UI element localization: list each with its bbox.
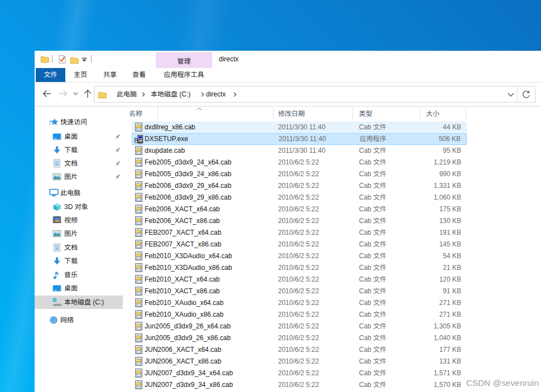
file-row[interactable]: JUN2006_XACT_x64.cab2010/6/2 5:22Cab 文件1… xyxy=(132,344,467,356)
window-folder-icon xyxy=(40,55,49,64)
sidebar-item-music-11[interactable]: 音乐 xyxy=(35,268,123,282)
file-row[interactable]: JUN2007_d3dx9_34_x86.cab2010/6/2 5:22Cab… xyxy=(132,379,467,391)
file-size: 1,060 KB xyxy=(434,192,461,204)
column-separator[interactable] xyxy=(273,108,274,119)
column-header-date[interactable]: 修改日期 xyxy=(278,107,305,121)
sidebar-item-desktop-1[interactable]: 桌面 xyxy=(35,130,123,143)
column-separator[interactable] xyxy=(352,108,353,119)
column-separator[interactable] xyxy=(466,108,466,119)
file-row[interactable]: Feb2010_XAudio_x86.cab2010/6/2 5:22Cab 文… xyxy=(132,309,467,321)
file-row[interactable]: dxupdate.cab2011/3/30 11:40Cab 文件95 KB xyxy=(132,145,467,157)
file-row[interactable]: dxdllreg_x86.cab2011/3/30 11:40Cab 文件44 … xyxy=(132,122,467,133)
forward-button[interactable] xyxy=(59,90,68,98)
sidebar-item-pictures-8[interactable]: 图片 xyxy=(35,227,123,240)
sidebar-item-downloads-2[interactable]: 下载 xyxy=(35,143,123,157)
network-icon xyxy=(49,316,58,325)
sidebar-item-3d-objects-6[interactable]: 3D 对象 xyxy=(35,200,123,214)
breadcrumb-this-pc[interactable]: 此电脑 xyxy=(117,86,137,102)
tab-view[interactable]: 查看 xyxy=(127,68,151,82)
file-type: 应用程序 xyxy=(360,134,386,146)
cab-file-icon xyxy=(135,251,142,260)
file-type: Cab 文件 xyxy=(359,262,386,274)
breadcrumb-directx[interactable]: directx xyxy=(206,86,226,102)
file-size: 54 KB xyxy=(443,250,461,262)
breadcrumb-local-disk[interactable]: 本地磁盘 (C:) xyxy=(151,86,190,102)
sidebar-item-network-14[interactable]: 网络 xyxy=(35,313,123,327)
sidebar-item-quick-access-star-0[interactable]: 快速访问 xyxy=(35,115,123,129)
window-title: directx xyxy=(219,51,238,68)
cab-file-icon xyxy=(135,193,142,202)
column-header-name[interactable]: 名称 xyxy=(129,107,142,121)
sidebar-item-videos-7[interactable]: 视频 xyxy=(35,214,123,227)
file-size: 990 KB xyxy=(439,168,461,180)
tab-share[interactable]: 共享 xyxy=(98,68,122,82)
file-row[interactable]: Feb2005_d3dx9_24_x64.cab2010/6/2 5:22Cab… xyxy=(132,157,467,168)
file-row[interactable]: Feb2010_X3DAudio_x64.cab2010/6/2 5:22Cab… xyxy=(132,250,467,262)
sidebar-item-documents-3[interactable]: 文档 xyxy=(35,157,123,170)
sidebar-item-label: 3D 对象 xyxy=(64,200,88,214)
file-row[interactable]: Feb2005_d3dx9_24_x86.cab2010/6/2 5:22Cab… xyxy=(132,168,467,180)
sidebar-item-pictures-4[interactable]: 图片 xyxy=(35,170,123,183)
sidebar-item-downloads-10[interactable]: 下载 xyxy=(35,254,123,268)
breadcrumb-chevron-icon[interactable] xyxy=(233,92,237,97)
address-dropdown-icon[interactable] xyxy=(508,93,514,97)
back-button[interactable] xyxy=(42,90,51,98)
breadcrumb-chevron-icon[interactable] xyxy=(201,92,204,97)
file-name: Feb2006_XACT_x86.cab xyxy=(145,215,220,227)
desktop-background: 管理 directx 文件 主页 共享 查看 应用程序工具 此电脑 本地磁盘 (… xyxy=(0,0,541,392)
file-row[interactable]: Feb2010_XACT_x64.cab2010/6/2 5:22Cab 文件1… xyxy=(132,274,467,285)
sidebar-item-desktop-12[interactable]: 桌面 xyxy=(35,282,123,295)
qat-customize-dropdown-icon[interactable] xyxy=(82,57,87,62)
cab-file-icon xyxy=(135,146,142,155)
documents-icon xyxy=(52,159,61,168)
file-date: 2010/6/2 5:22 xyxy=(278,356,319,367)
file-type: Cab 文件 xyxy=(359,297,386,309)
file-row[interactable]: Feb2010_XACT_x86.cab2010/6/2 5:22Cab 文件9… xyxy=(132,285,467,297)
up-button[interactable] xyxy=(84,89,92,98)
file-size: 120 KB xyxy=(439,274,461,285)
pin-icon xyxy=(114,134,121,140)
file-row[interactable]: Feb2006_d3dx9_29_x86.cab2010/6/2 5:22Cab… xyxy=(132,192,467,204)
breadcrumb-chevron-icon[interactable] xyxy=(142,92,145,97)
file-row[interactable]: Feb2010_X3DAudio_x86.cab2010/6/2 5:22Cab… xyxy=(132,262,467,274)
file-row[interactable]: FEB2007_XACT_x64.cab2010/6/2 5:22Cab 文件1… xyxy=(132,227,467,239)
file-date: 2010/6/2 5:22 xyxy=(278,262,319,274)
file-date: 2011/3/30 11:40 xyxy=(279,134,326,146)
file-size: 130 KB xyxy=(439,215,461,227)
refresh-button[interactable] xyxy=(517,86,535,103)
file-date: 2010/6/2 5:22 xyxy=(278,332,319,344)
cab-file-icon xyxy=(135,345,142,354)
file-row[interactable]: FEB2007_XACT_x86.cab2010/6/2 5:22Cab 文件1… xyxy=(132,239,467,250)
file-row[interactable]: Jun2005_d3dx9_26_x86.cab2010/6/2 5:22Cab… xyxy=(132,332,467,344)
file-row[interactable]: JUN2006_XACT_x86.cab2010/6/2 5:22Cab 文件1… xyxy=(132,356,467,367)
file-name: FEB2007_XACT_x86.cab xyxy=(145,239,221,250)
file-type: Cab 文件 xyxy=(359,285,386,297)
3d-objects-icon xyxy=(52,202,61,211)
qat-new-folder-icon[interactable] xyxy=(70,56,79,65)
file-row[interactable]: Feb2010_XAudio_x64.cab2010/6/2 5:22Cab 文… xyxy=(132,297,467,309)
file-row[interactable]: Jun2005_d3dx9_26_x64.cab2010/6/2 5:22Cab… xyxy=(132,321,467,332)
file-row[interactable]: Feb2006_XACT_x64.cab2010/6/2 5:22Cab 文件1… xyxy=(132,204,467,215)
sidebar-item-label: 桌面 xyxy=(64,282,78,295)
qat-properties-icon[interactable] xyxy=(59,55,66,64)
sidebar-item-local-disk-13[interactable]: 本地磁盘 (C:) xyxy=(35,296,123,309)
column-header-type[interactable]: 类型 xyxy=(359,107,372,121)
file-row[interactable]: JUN2007_d3dx9_34_x64.cab2010/6/2 5:22Cab… xyxy=(132,367,467,379)
tab-app-tools[interactable]: 应用程序工具 xyxy=(156,68,212,82)
file-size: 1,331 KB xyxy=(434,180,461,192)
column-header-size[interactable]: 大小 xyxy=(426,107,439,121)
file-type: Cab 文件 xyxy=(359,192,386,204)
sidebar-item-documents-9[interactable]: 文档 xyxy=(35,241,123,254)
cab-file-icon xyxy=(135,170,142,178)
file-row[interactable]: Feb2006_d3dx9_29_x64.cab2010/6/2 5:22Cab… xyxy=(132,180,467,192)
file-row[interactable]: DXSETUP.exe2011/3/30 11:40应用程序506 KB xyxy=(132,133,467,145)
tab-home[interactable]: 主页 xyxy=(68,68,93,82)
address-bar[interactable]: 此电脑 本地磁盘 (C:) directx xyxy=(94,86,518,103)
column-separator[interactable] xyxy=(420,108,420,119)
qat-separator xyxy=(52,55,52,62)
recent-locations-dropdown-icon[interactable] xyxy=(73,92,78,95)
sidebar-item-this-pc-5[interactable]: 此电脑 xyxy=(35,186,123,200)
tab-file[interactable]: 文件 xyxy=(36,68,65,82)
file-row[interactable]: Feb2006_XACT_x86.cab2010/6/2 5:22Cab 文件1… xyxy=(132,215,467,227)
file-type: Cab 文件 xyxy=(359,332,386,344)
